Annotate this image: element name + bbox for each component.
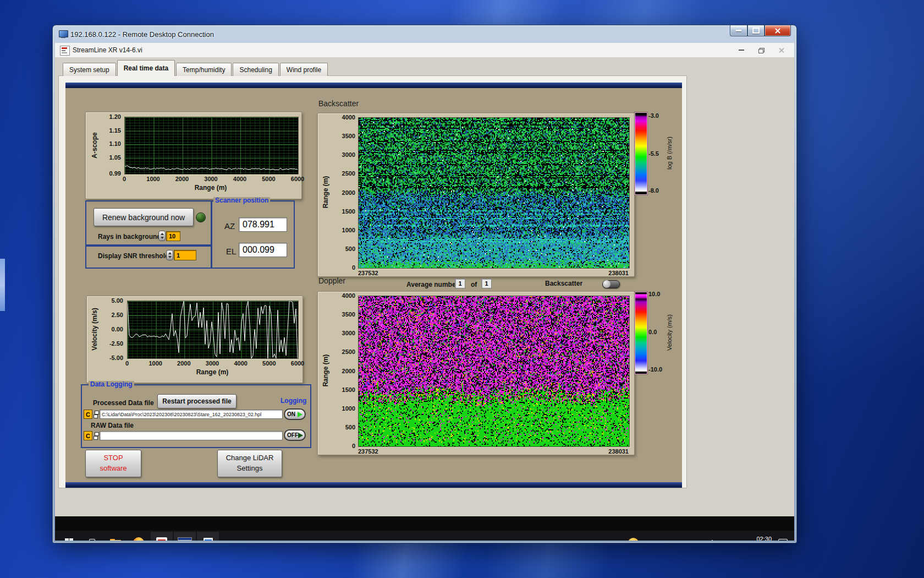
el-value-field[interactable]: 000.099: [239, 243, 287, 257]
tick-label: 1.05: [109, 154, 121, 161]
average-number-field[interactable]: 1: [455, 279, 465, 288]
desktop: 192.168.0.122 - Remote Desktop Connectio…: [0, 0, 924, 578]
sun-icon: [628, 538, 639, 541]
weather-desc: Mostly sunny: [661, 539, 703, 541]
tab-strip: System setup Real time data Temp/humidit…: [63, 61, 329, 76]
doppler-y-axis-label: Range (m): [322, 355, 329, 387]
task-view-button[interactable]: [81, 532, 103, 541]
tick-label: 237532: [358, 448, 378, 455]
processed-logging-on-toggle[interactable]: ON: [284, 408, 306, 420]
weather-widget[interactable]: 65°F Mostly sunny: [628, 538, 703, 541]
tab-wind-profile[interactable]: Wind profile: [280, 63, 328, 76]
labview-vi-icon: [60, 46, 70, 56]
tick-label: 5000: [262, 176, 275, 182]
backscatter-doppler-toggle[interactable]: [602, 280, 620, 288]
background-controls-box: Renew background now Rays in background …: [85, 200, 212, 247]
tick-label: 2500: [342, 348, 355, 355]
doppler-x-ticks: 237532238031: [358, 448, 629, 455]
scan-scheduler-button[interactable]: [174, 532, 196, 541]
snr-spinner[interactable]: [166, 250, 173, 260]
velocity-graph: Velocity (m/s) 5.002.500.00-2.50-5.00 01…: [86, 296, 303, 383]
file-explorer-button[interactable]: [105, 532, 127, 541]
change-lidar-settings-button[interactable]: Change LiDAR Settings: [217, 450, 282, 477]
average-of-label: of: [471, 281, 477, 288]
colorbar-tick-label: -3.0: [648, 112, 659, 119]
notes-app-button[interactable]: [197, 532, 219, 541]
tick-label: 3000: [204, 176, 217, 182]
raw-logging-off-toggle[interactable]: OFF: [284, 429, 306, 441]
off-label: OFF: [287, 432, 298, 438]
rdp-window-controls: [730, 25, 791, 36]
tick-label: 1000: [342, 227, 355, 233]
tick-label: 4000: [233, 176, 246, 182]
close-icon: [778, 47, 784, 53]
raw-path-browse-icon[interactable]: [94, 432, 99, 440]
app-close-button[interactable]: [771, 43, 791, 57]
colorbar-tick-label: 0.0: [648, 329, 657, 335]
labview-titlebar: StreamLine XR v14-6.vi: [55, 43, 794, 58]
tick-label: 500: [345, 424, 355, 430]
raw-path-field[interactable]: [100, 431, 283, 440]
language-indicator[interactable]: ENG: [722, 539, 735, 541]
backscatter-colorbar: [635, 112, 647, 195]
minimize-icon: [736, 30, 741, 31]
rays-value-field[interactable]: 10: [166, 231, 180, 241]
tick-label: 2000: [342, 189, 355, 196]
app-minimize-button[interactable]: [732, 43, 751, 57]
colorbar-tick-label: 10.0: [648, 291, 660, 297]
minimize-button[interactable]: [730, 25, 747, 36]
labview-app-button[interactable]: [151, 532, 173, 541]
tick-label: 2500: [342, 170, 355, 177]
az-value-field[interactable]: 078.991: [239, 217, 287, 232]
chevron-up-icon[interactable]: [708, 539, 716, 541]
tab-temp-humidity[interactable]: Temp/humidity: [176, 63, 232, 76]
snr-value-field[interactable]: 1: [174, 250, 196, 260]
tab-real-time-data[interactable]: Real time data: [117, 60, 175, 76]
start-button[interactable]: [58, 532, 80, 541]
tick-label: 6000: [291, 360, 304, 367]
clock[interactable]: 02:30 23/08/2023: [741, 535, 772, 541]
average-total-field[interactable]: 1: [481, 279, 492, 288]
backscatter-colorbar-label: log B (/m/sr): [666, 137, 673, 170]
close-button[interactable]: [765, 25, 791, 36]
processed-path-field[interactable]: C:\Lidar\Data\Proc\2023\202308\20230823\…: [100, 410, 283, 419]
weather-temp: 65°F: [642, 539, 658, 541]
on-led-icon: [298, 412, 302, 417]
tick-label: 3500: [342, 311, 355, 318]
renew-background-button[interactable]: Renew background now: [94, 208, 194, 226]
restart-processed-file-button[interactable]: Restart processed file: [157, 394, 237, 408]
colorbar-tick-label: -5.5: [648, 150, 659, 157]
scan-scheduler-icon: [178, 537, 192, 541]
remote-desktop-icon: [59, 30, 68, 39]
tick-label: 1.15: [109, 127, 121, 134]
processed-drive-button[interactable]: C: [84, 410, 92, 419]
stop-software-button[interactable]: STOP software: [85, 450, 141, 477]
path-browse-icon[interactable]: [94, 410, 99, 419]
close-icon: [774, 28, 781, 34]
tab-system-setup[interactable]: System setup: [63, 63, 116, 76]
maximize-button[interactable]: [747, 25, 765, 36]
tick-label: 2000: [342, 368, 355, 374]
notification-icon[interactable]: [778, 539, 788, 541]
raw-drive-letter: C: [86, 433, 90, 439]
velocity-plot: [127, 301, 299, 359]
tick-label: 2000: [175, 176, 189, 182]
main-panel: A-scope 1.201.151.101.050.99 01000200030…: [65, 83, 682, 488]
minimize-icon: [739, 50, 744, 51]
raw-drive-button[interactable]: C: [84, 431, 92, 440]
backscatter-y-axis-label: Range (m): [322, 176, 329, 209]
scanner-position-box: Scanner position AZ 078.991 EL 000.099: [211, 200, 295, 269]
tick-label: 238031: [608, 448, 629, 455]
snr-threshold-box: Display SNR threshold 1: [85, 244, 212, 269]
rays-spinner[interactable]: [158, 231, 166, 241]
doppler-colorbar: [635, 292, 647, 374]
tick-label: 1000: [342, 405, 355, 412]
velocity-canvas: [128, 301, 298, 358]
tab-scheduling[interactable]: Scheduling: [233, 63, 278, 76]
colorbar-tick-label: -8.0: [648, 187, 659, 194]
tick-label: 238031: [608, 270, 629, 276]
a-scope-y-ticks: 1.201.151.101.050.99: [97, 117, 122, 173]
firefox-button[interactable]: [128, 532, 150, 541]
app-restore-button[interactable]: [751, 43, 771, 57]
tick-label: 3000: [206, 360, 219, 367]
